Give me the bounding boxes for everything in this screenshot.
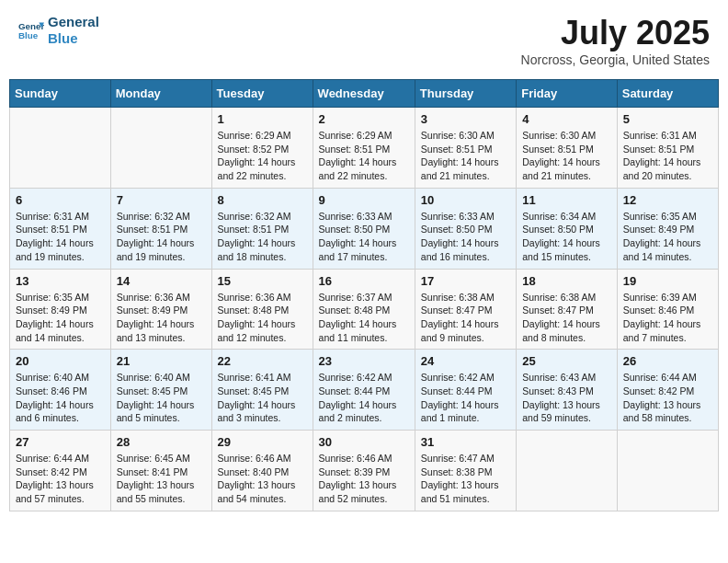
day-details: Sunrise: 6:33 AM Sunset: 8:50 PM Dayligh… — [421, 210, 510, 264]
day-details: Sunrise: 6:43 AM Sunset: 8:43 PM Dayligh… — [522, 371, 610, 425]
day-number: 2 — [319, 112, 409, 126]
day-cell: 27Sunrise: 6:44 AM Sunset: 8:42 PM Dayli… — [10, 431, 111, 511]
svg-text:Blue: Blue — [18, 30, 39, 40]
day-details: Sunrise: 6:38 AM Sunset: 8:47 PM Dayligh… — [421, 291, 510, 345]
day-number: 18 — [522, 274, 610, 288]
day-cell: 30Sunrise: 6:46 AM Sunset: 8:39 PM Dayli… — [313, 431, 415, 511]
day-number: 13 — [16, 274, 105, 288]
day-cell — [517, 431, 617, 511]
day-number: 6 — [16, 193, 105, 207]
day-number: 10 — [421, 193, 510, 207]
day-cell — [10, 108, 111, 189]
logo-icon: General Blue — [18, 17, 44, 43]
calendar-table: SundayMondayTuesdayWednesdayThursdayFrid… — [9, 79, 719, 511]
day-details: Sunrise: 6:40 AM Sunset: 8:46 PM Dayligh… — [16, 371, 105, 425]
day-number: 1 — [218, 112, 307, 126]
day-number: 26 — [623, 354, 712, 368]
day-cell: 23Sunrise: 6:42 AM Sunset: 8:44 PM Dayli… — [313, 350, 415, 431]
header-cell-wednesday: Wednesday — [313, 80, 415, 108]
day-details: Sunrise: 6:39 AM Sunset: 8:46 PM Dayligh… — [623, 291, 712, 345]
day-number: 5 — [623, 112, 712, 126]
day-cell: 31Sunrise: 6:47 AM Sunset: 8:38 PM Dayli… — [415, 431, 516, 511]
day-cell: 4Sunrise: 6:30 AM Sunset: 8:51 PM Daylig… — [517, 108, 617, 189]
day-cell: 18Sunrise: 6:38 AM Sunset: 8:47 PM Dayli… — [517, 269, 617, 350]
day-cell: 22Sunrise: 6:41 AM Sunset: 8:45 PM Dayli… — [211, 350, 313, 431]
day-number: 9 — [319, 193, 409, 207]
header-cell-monday: Monday — [110, 80, 211, 108]
day-details: Sunrise: 6:31 AM Sunset: 8:51 PM Dayligh… — [16, 210, 105, 264]
week-row-3: 13Sunrise: 6:35 AM Sunset: 8:49 PM Dayli… — [10, 269, 719, 350]
title-block: July 2025 Norcross, Georgia, United Stat… — [521, 14, 710, 67]
logo-blue: Blue — [48, 30, 99, 47]
day-cell: 29Sunrise: 6:46 AM Sunset: 8:40 PM Dayli… — [211, 431, 313, 511]
day-cell: 7Sunrise: 6:32 AM Sunset: 8:51 PM Daylig… — [110, 188, 211, 269]
calendar-header: SundayMondayTuesdayWednesdayThursdayFrid… — [10, 80, 719, 108]
day-cell: 25Sunrise: 6:43 AM Sunset: 8:43 PM Dayli… — [517, 350, 617, 431]
day-number: 8 — [218, 193, 307, 207]
day-details: Sunrise: 6:41 AM Sunset: 8:45 PM Dayligh… — [218, 371, 307, 425]
day-number: 19 — [623, 274, 712, 288]
day-cell: 13Sunrise: 6:35 AM Sunset: 8:49 PM Dayli… — [10, 269, 111, 350]
day-cell: 11Sunrise: 6:34 AM Sunset: 8:50 PM Dayli… — [517, 188, 617, 269]
day-cell: 10Sunrise: 6:33 AM Sunset: 8:50 PM Dayli… — [415, 188, 516, 269]
week-row-4: 20Sunrise: 6:40 AM Sunset: 8:46 PM Dayli… — [10, 350, 719, 431]
day-details: Sunrise: 6:45 AM Sunset: 8:41 PM Dayligh… — [117, 452, 206, 506]
day-details: Sunrise: 6:30 AM Sunset: 8:51 PM Dayligh… — [421, 129, 510, 183]
day-details: Sunrise: 6:46 AM Sunset: 8:40 PM Dayligh… — [218, 452, 307, 506]
day-details: Sunrise: 6:37 AM Sunset: 8:48 PM Dayligh… — [319, 291, 409, 345]
day-number: 27 — [16, 435, 105, 449]
week-row-5: 27Sunrise: 6:44 AM Sunset: 8:42 PM Dayli… — [10, 431, 719, 511]
day-number: 24 — [421, 354, 510, 368]
month-title: July 2025 — [521, 14, 710, 52]
day-number: 21 — [117, 354, 206, 368]
day-number: 3 — [421, 112, 510, 126]
day-details: Sunrise: 6:32 AM Sunset: 8:51 PM Dayligh… — [117, 210, 206, 264]
svg-text:General: General — [18, 21, 44, 31]
day-details: Sunrise: 6:36 AM Sunset: 8:49 PM Dayligh… — [117, 291, 206, 345]
header-cell-thursday: Thursday — [415, 80, 516, 108]
day-number: 31 — [421, 435, 510, 449]
day-details: Sunrise: 6:47 AM Sunset: 8:38 PM Dayligh… — [421, 452, 510, 506]
day-number: 15 — [218, 274, 307, 288]
day-cell: 17Sunrise: 6:38 AM Sunset: 8:47 PM Dayli… — [415, 269, 516, 350]
day-details: Sunrise: 6:44 AM Sunset: 8:42 PM Dayligh… — [623, 371, 712, 425]
day-number: 25 — [522, 354, 610, 368]
day-cell: 24Sunrise: 6:42 AM Sunset: 8:44 PM Dayli… — [415, 350, 516, 431]
logo-general: General — [48, 14, 99, 30]
day-number: 11 — [522, 193, 610, 207]
day-number: 23 — [319, 354, 409, 368]
day-cell: 5Sunrise: 6:31 AM Sunset: 8:51 PM Daylig… — [617, 108, 718, 189]
day-number: 14 — [117, 274, 206, 288]
day-details: Sunrise: 6:38 AM Sunset: 8:47 PM Dayligh… — [522, 291, 610, 345]
day-cell: 20Sunrise: 6:40 AM Sunset: 8:46 PM Dayli… — [10, 350, 111, 431]
day-details: Sunrise: 6:33 AM Sunset: 8:50 PM Dayligh… — [319, 210, 409, 264]
day-details: Sunrise: 6:34 AM Sunset: 8:50 PM Dayligh… — [522, 210, 610, 264]
day-details: Sunrise: 6:31 AM Sunset: 8:51 PM Dayligh… — [623, 129, 712, 183]
day-cell: 21Sunrise: 6:40 AM Sunset: 8:45 PM Dayli… — [110, 350, 211, 431]
header-cell-tuesday: Tuesday — [211, 80, 313, 108]
day-number: 17 — [421, 274, 510, 288]
day-details: Sunrise: 6:29 AM Sunset: 8:51 PM Dayligh… — [319, 129, 409, 183]
day-cell — [110, 108, 211, 189]
day-cell: 12Sunrise: 6:35 AM Sunset: 8:49 PM Dayli… — [617, 188, 718, 269]
day-cell — [617, 431, 718, 511]
day-cell: 14Sunrise: 6:36 AM Sunset: 8:49 PM Dayli… — [110, 269, 211, 350]
day-cell: 9Sunrise: 6:33 AM Sunset: 8:50 PM Daylig… — [313, 188, 415, 269]
day-details: Sunrise: 6:42 AM Sunset: 8:44 PM Dayligh… — [421, 371, 510, 425]
day-details: Sunrise: 6:32 AM Sunset: 8:51 PM Dayligh… — [218, 210, 307, 264]
day-details: Sunrise: 6:35 AM Sunset: 8:49 PM Dayligh… — [623, 210, 712, 264]
day-number: 30 — [319, 435, 409, 449]
header-row: SundayMondayTuesdayWednesdayThursdayFrid… — [10, 80, 719, 108]
location: Norcross, Georgia, United States — [521, 52, 710, 67]
day-cell: 16Sunrise: 6:37 AM Sunset: 8:48 PM Dayli… — [313, 269, 415, 350]
week-row-2: 6Sunrise: 6:31 AM Sunset: 8:51 PM Daylig… — [10, 188, 719, 269]
day-cell: 1Sunrise: 6:29 AM Sunset: 8:52 PM Daylig… — [211, 108, 313, 189]
day-cell: 3Sunrise: 6:30 AM Sunset: 8:51 PM Daylig… — [415, 108, 516, 189]
day-cell: 8Sunrise: 6:32 AM Sunset: 8:51 PM Daylig… — [211, 188, 313, 269]
day-number: 29 — [218, 435, 307, 449]
day-cell: 6Sunrise: 6:31 AM Sunset: 8:51 PM Daylig… — [10, 188, 111, 269]
day-number: 16 — [319, 274, 409, 288]
header-cell-saturday: Saturday — [617, 80, 718, 108]
day-cell: 28Sunrise: 6:45 AM Sunset: 8:41 PM Dayli… — [110, 431, 211, 511]
header-cell-friday: Friday — [517, 80, 617, 108]
